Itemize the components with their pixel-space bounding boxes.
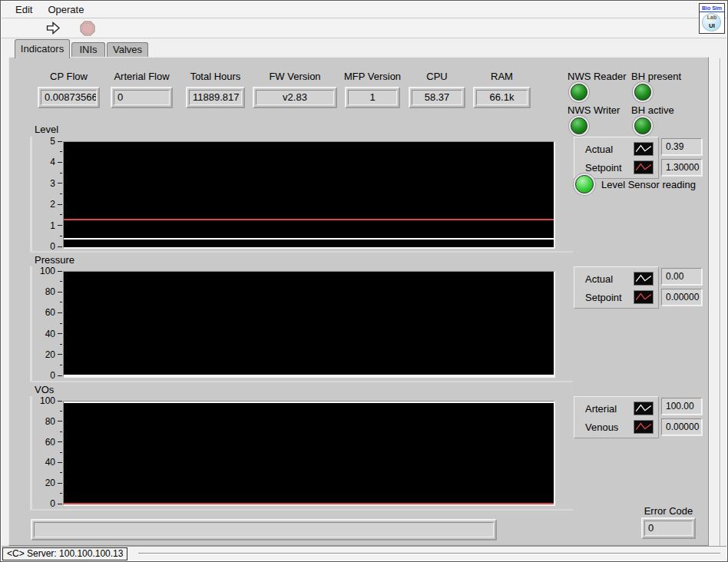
legend-row: Arterial xyxy=(574,399,658,418)
stop-button[interactable] xyxy=(80,21,95,36)
level-actual-swatch xyxy=(634,142,654,156)
nws-reader-led xyxy=(571,84,587,101)
error-code-indicator: 0 xyxy=(641,517,696,539)
panel-scroll-groove xyxy=(720,58,721,546)
run-arrow-icon xyxy=(45,21,61,35)
status-bar: <C> Server: 100.100.100.13 xyxy=(2,546,726,560)
vi-icon-ui-text: UI xyxy=(700,22,724,29)
vi-icon-title: Bio Sim xyxy=(700,4,724,12)
statusbar-divider xyxy=(138,553,720,554)
pressure-actual-value: 0.00 xyxy=(661,268,702,285)
level-y-axis: 012345 xyxy=(30,141,63,249)
tab-valves[interactable]: Valves xyxy=(107,42,148,57)
pressure-actual-swatch xyxy=(634,272,654,286)
bh-present-label: BH present xyxy=(631,71,681,82)
toolbar xyxy=(2,18,726,38)
total-hours-indicator: 11889.817 xyxy=(186,87,245,108)
vos-venous-value: 0.00000 xyxy=(661,418,702,435)
legend-row: Setpoint xyxy=(574,288,658,306)
level-plot-area xyxy=(63,141,555,249)
vos-chart: 020406080100 xyxy=(30,396,573,511)
fw-version-label: FW Version xyxy=(241,71,349,82)
server-status: <C> Server: 100.100.100.13 xyxy=(2,547,127,560)
legend-row: Actual xyxy=(574,140,658,158)
pressure-chart: 020406080100 xyxy=(30,266,573,382)
error-code-label: Error Code xyxy=(634,505,703,517)
pressure-legend: Actual Setpoint xyxy=(574,266,659,309)
pressure-plot-area xyxy=(63,271,555,378)
pressure-setpoint-swatch xyxy=(634,290,654,304)
vos-arterial-swatch xyxy=(634,402,654,415)
pressure-chart-title: Pressure xyxy=(35,254,74,266)
tab-indicators[interactable]: Indicators xyxy=(15,39,70,58)
tab-inis[interactable]: INIs xyxy=(71,42,105,57)
level-setpoint-swatch xyxy=(634,160,654,174)
tab-strip: Indicators INIs Valves xyxy=(2,38,726,57)
run-button[interactable] xyxy=(45,21,62,35)
level-actual-legend-label: Actual xyxy=(585,144,634,155)
mfp-version-indicator: 1 xyxy=(345,87,400,108)
level-chart: 012345 xyxy=(30,137,573,253)
legend-row: Actual xyxy=(574,269,658,288)
vi-icon-lab-text: Lab xyxy=(700,15,724,20)
app-window: Edit Operate Bio Sim Lab UI Indicators I… xyxy=(0,0,728,562)
bh-present-led xyxy=(634,84,651,101)
vos-plot-area xyxy=(63,401,555,506)
cp-flow-indicator: 0.00873566 xyxy=(38,87,100,108)
vos-arterial-legend-label: Arterial xyxy=(585,403,634,415)
pressure-y-axis: 020406080100 xyxy=(30,271,63,378)
vi-icon[interactable]: Bio Sim Lab UI xyxy=(699,3,725,34)
level-chart-title: Level xyxy=(35,124,58,135)
nws-writer-led xyxy=(571,117,587,134)
fw-version-indicator: v2.83 xyxy=(253,87,337,108)
indicators-panel: CP Flow 0.00873566 Arterial Flow 0 Total… xyxy=(8,57,709,546)
cpu-indicator: 58.37 xyxy=(409,87,465,108)
pressure-setpoint-value: 0.00000 xyxy=(661,289,702,306)
stop-octagon-icon xyxy=(80,21,95,36)
pressure-setpoint-legend-label: Setpoint xyxy=(585,292,634,303)
level-actual-value: 0.39 xyxy=(661,138,702,155)
level-sensor-led xyxy=(575,175,594,193)
arterial-flow-indicator: 0 xyxy=(111,87,173,108)
vos-arterial-value: 100.00 xyxy=(661,398,702,415)
vos-legend: Arterial Venous xyxy=(574,396,659,438)
legend-row: Setpoint xyxy=(574,158,658,177)
level-setpoint-legend-label: Setpoint xyxy=(585,162,634,174)
menu-edit[interactable]: Edit xyxy=(9,2,38,17)
legend-row: Venous xyxy=(574,418,658,436)
pressure-actual-legend-label: Actual xyxy=(585,273,634,285)
nws-writer-label: NWS Writer xyxy=(568,104,620,116)
nws-reader-label: NWS Reader xyxy=(568,71,627,82)
bh-active-label: BH active xyxy=(631,104,674,116)
message-string-indicator xyxy=(31,519,497,541)
vos-y-axis: 020406080100 xyxy=(30,401,63,506)
vos-chart-title: VOs xyxy=(35,384,54,395)
ram-label: RAM xyxy=(462,71,542,82)
menu-operate[interactable]: Operate xyxy=(41,2,90,17)
level-sensor-label: Level Sensor reading xyxy=(601,179,696,190)
level-legend: Actual Setpoint xyxy=(574,137,659,179)
vos-venous-swatch xyxy=(634,420,654,434)
bh-active-led xyxy=(634,117,651,134)
ram-indicator: 66.1k xyxy=(473,87,531,108)
arterial-flow-label: Arterial Flow xyxy=(99,71,184,82)
menu-bar: Edit Operate xyxy=(2,2,726,18)
vos-venous-legend-label: Venous xyxy=(585,422,634,433)
level-setpoint-value: 1.30000 xyxy=(661,159,702,176)
